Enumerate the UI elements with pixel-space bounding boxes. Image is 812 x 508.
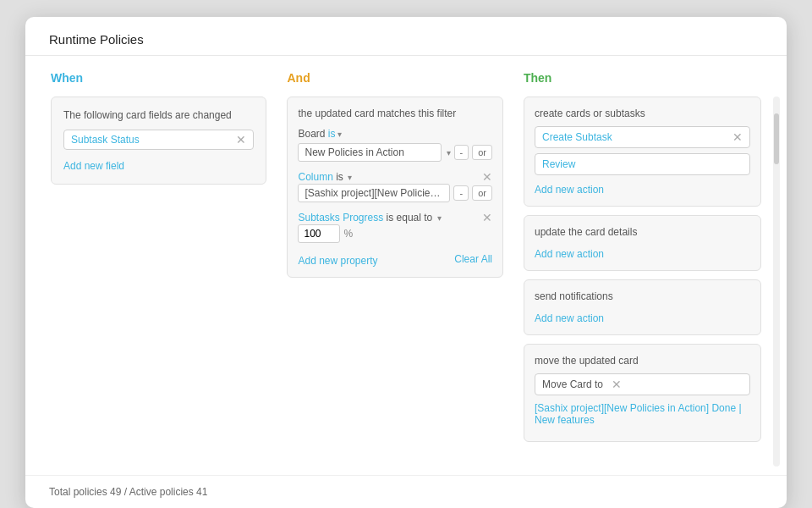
and-header: And [287,71,502,85]
add-new-field-link[interactable]: Add new field [63,160,124,172]
notify-add-action-link[interactable]: Add new action [535,312,604,324]
move-card-title: move the updated card [535,355,750,367]
review-action: Review [535,153,750,175]
and-filter-section: the updated card matches this filter Boa… [287,97,502,278]
move-card-value[interactable]: [Sashix project][New Policies in Action]… [535,400,750,431]
column-value: [Sashix project][New Policies in Acti on… [298,184,450,202]
create-subtask-remove-icon[interactable]: ✕ [732,131,743,143]
then-column: Then create cards or subtasks Create Sub… [513,71,771,467]
progress-value-row: % [298,224,491,243]
column-filter-header: Column is ▾ ✕ [298,170,491,184]
board-operator-link[interactable]: is [328,128,336,140]
board-value-row: New Policies in Action ▾ - or [298,143,491,162]
progress-filter-header: Subtasks Progress is equal to ▾ ✕ [298,211,491,224]
board-or-btn[interactable]: or [472,145,492,160]
board-value: New Policies in Action [298,143,441,162]
add-property-link[interactable]: Add new property [298,255,377,267]
when-header: When [51,71,266,85]
board-filter-label: Board [298,128,327,140]
update-add-action-link[interactable]: Add new action [535,248,604,260]
board-minus-btn[interactable]: - [454,145,469,160]
remove-subtask-status-icon[interactable]: ✕ [236,134,246,146]
filter-section-title: the updated card matches this filter [298,108,491,119]
create-cards-title: create cards or subtasks [535,108,750,119]
column-minus-btn[interactable]: - [453,185,469,201]
send-notifications-section: send notifications Add new action [524,279,761,335]
update-card-title: update the card details [535,226,750,238]
policy-count: Total policies 49 / Active policies 41 [49,486,207,498]
subtask-status-label[interactable]: Subtask Status [71,134,231,146]
clear-all-link[interactable]: Clear All [454,253,492,265]
when-card-title: The following card fields are changed [63,109,254,121]
update-card-section: update the card details Add new action [524,215,761,271]
column-or-btn[interactable]: or [472,185,492,201]
progress-remove-icon[interactable]: ✕ [482,211,492,224]
runtime-policies-window: Runtime Policies When The following card… [25,17,787,508]
main-content: When The following card fields are chang… [25,56,787,467]
and-column: And the updated card matches this filter… [277,71,513,467]
then-scrollbar[interactable] [773,97,780,467]
send-notifications-title: send notifications [535,290,750,302]
filter-footer: Add new property Clear All [298,251,491,267]
then-header: Then [524,71,761,85]
board-value-arrow: ▾ [447,148,451,157]
window-title: Runtime Policies [25,17,787,56]
column-filter-label[interactable]: Column [298,171,332,183]
progress-operator-arrow: ▾ [437,213,442,223]
board-filter-header: Board is ▾ [298,128,491,140]
progress-filter-row: Subtasks Progress is equal to ▾ ✕ % [298,211,491,243]
move-card-remove-icon[interactable]: ✕ [612,378,622,390]
review-label[interactable]: Review [542,158,743,170]
column-filter-row: Column is ▾ ✕ [Sashix project][New Polic… [298,170,491,202]
column-remove-icon[interactable]: ✕ [482,170,492,184]
progress-value-input[interactable] [298,224,340,243]
footer: Total policies 49 / Active policies 41 [25,475,787,508]
progress-unit: % [343,228,353,240]
column-value-row: [Sashix project][New Policies in Acti on… [298,184,491,202]
column-operator-arrow: ▾ [348,173,352,182]
create-subtask-action: Create Subtask ✕ [535,126,750,148]
then-sections: create cards or subtasks Create Subtask … [524,97,761,442]
move-card-section: move the updated card Move Card to ✕ [Sa… [524,344,761,442]
progress-filter-label[interactable]: Subtasks Progress [298,212,383,224]
board-filter-row: Board is ▾ New Policies in Action ▾ - or [298,128,491,162]
column-is-label: is [333,171,346,183]
create-add-action-link[interactable]: Add new action [535,184,604,196]
when-card: The following card fields are changed Su… [51,97,266,185]
scrollbar-thumb [774,113,779,164]
when-column: When The following card fields are chang… [41,71,277,467]
create-cards-section: create cards or subtasks Create Subtask … [524,97,761,207]
board-operator-arrow: ▾ [337,130,342,139]
create-subtask-label: Create Subtask [542,131,727,143]
move-card-prefix: Move Card to [542,378,603,390]
move-card-action: Move Card to ✕ [535,373,750,395]
progress-is-label: is equal to [383,212,435,224]
subtask-status-field: Subtask Status ✕ [63,130,254,150]
